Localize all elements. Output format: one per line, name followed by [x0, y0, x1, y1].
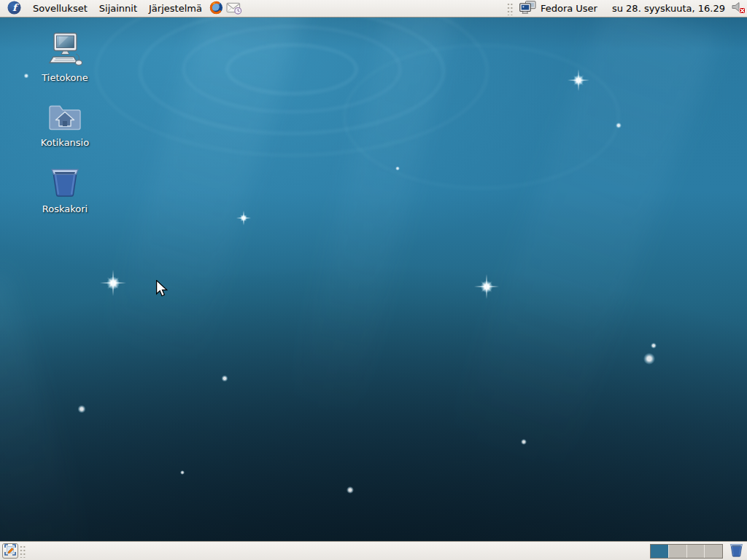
panel-right-cluster: Fedora User su 28. syyskuuta, 16.29: [506, 0, 746, 17]
menu-label: Sovellukset: [33, 3, 88, 14]
star-sparkle: [100, 270, 126, 296]
star-glow: [395, 166, 400, 171]
workspace-3[interactable]: [687, 545, 705, 558]
workspace-switcher: [650, 544, 723, 559]
desktop-icon-label: Roskakori: [42, 203, 88, 214]
star-glow: [78, 405, 86, 413]
trash-applet-icon: [729, 542, 744, 560]
volume-applet[interactable]: [731, 0, 746, 17]
star-glow: [347, 486, 354, 494]
desktop-wallpaper: [0, 0, 747, 560]
fedora-logo: f: [7, 1, 21, 17]
menu-system[interactable]: Järjestelmä: [143, 0, 208, 17]
computer-icon: [47, 32, 83, 69]
menu-places[interactable]: Sijainnit: [93, 0, 143, 17]
menu-applications[interactable]: Sovellukset: [27, 0, 93, 17]
star-sparkle: [236, 211, 251, 225]
desktop-icon-computer[interactable]: Tietokone: [36, 32, 93, 83]
bottom-panel: [0, 541, 747, 560]
evolution-mail-icon: [226, 1, 242, 17]
star-sparkle: [474, 274, 499, 299]
firefox-launcher[interactable]: [208, 0, 225, 17]
workspace-4[interactable]: [705, 545, 722, 558]
mouse-cursor: [155, 280, 168, 300]
user-switcher-label: Fedora User: [541, 3, 597, 14]
menu-label: Sijainnit: [99, 3, 137, 14]
star-glow: [616, 122, 622, 128]
desktop-icon-label: Tietokone: [42, 72, 88, 83]
ripple-ring: [343, 44, 620, 190]
trash-applet[interactable]: [727, 542, 745, 559]
window-list-drag-handle[interactable]: [20, 545, 26, 558]
star-glow: [651, 343, 657, 349]
clock-applet[interactable]: su 28. syyskuuta, 16.29: [606, 3, 731, 14]
star-glow: [180, 470, 185, 475]
firefox-icon: [209, 1, 223, 17]
star-glow: [222, 376, 228, 382]
show-desktop-icon: [4, 544, 16, 558]
desktop-icon-label: Kotikansio: [41, 137, 89, 148]
evolution-launcher[interactable]: [225, 0, 243, 17]
star-sparkle: [568, 69, 589, 91]
volume-muted-icon: [732, 1, 746, 16]
menu-label: Järjestelmä: [149, 3, 202, 14]
applet-drag-handle[interactable]: [507, 2, 514, 15]
applications-menu-logo[interactable]: f: [1, 0, 27, 17]
workspace-2[interactable]: [669, 545, 687, 558]
show-desktop-button[interactable]: [2, 543, 18, 559]
desktop-icon-trash[interactable]: Roskakori: [36, 166, 93, 214]
top-panel: f Sovellukset Sijainnit Järjestelmä: [0, 0, 747, 18]
computer-screens-icon: [519, 1, 536, 17]
user-switcher-applet[interactable]: Fedora User: [515, 0, 602, 17]
star-glow: [521, 439, 527, 445]
desktop-screen: Tietokone Kotikansio Rosk: [0, 0, 747, 560]
light-beam: [0, 272, 92, 560]
trash-icon: [48, 166, 82, 201]
desktop-icon-column: Tietokone Kotikansio Rosk: [36, 32, 93, 214]
home-folder-icon: [47, 101, 83, 134]
star-glow: [643, 353, 655, 365]
desktop-icon-home-folder[interactable]: Kotikansio: [36, 101, 93, 148]
workspace-1[interactable]: [651, 545, 669, 558]
star-glow: [24, 74, 29, 79]
